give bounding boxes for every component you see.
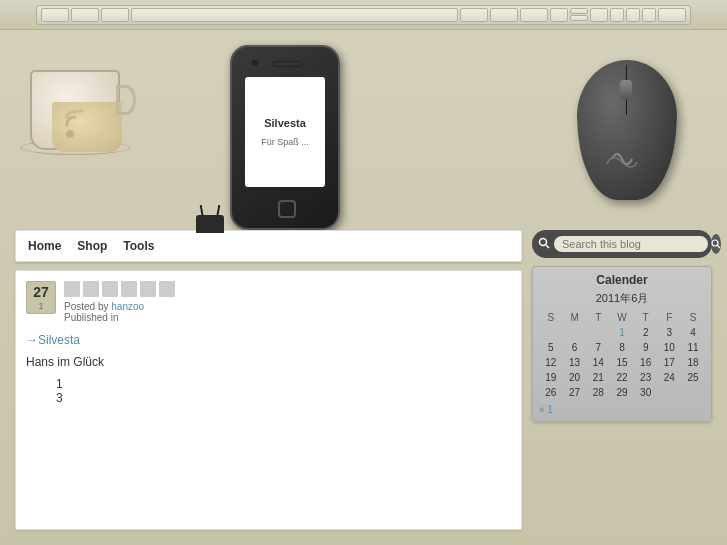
phone-screen: Silvesta Für Spaß ...	[245, 77, 325, 187]
content-wrapper: Home Shop Tools 27 1	[0, 230, 727, 545]
phone: Silvesta Für Spaß ...	[230, 45, 340, 230]
cal-cell-3: 3	[658, 325, 682, 340]
mouse-body	[577, 60, 677, 200]
cal-cell-14: 14	[586, 355, 610, 370]
sidebar: Calender 2011年6月 S M T W T F S	[532, 230, 712, 530]
post-num2: 3	[56, 391, 511, 405]
calendar-row-3: 12 13 14 15 16 17 18	[539, 355, 705, 370]
svg-line-2	[546, 245, 549, 248]
cal-cell-9: 9	[634, 340, 658, 355]
cal-cell-19: 19	[539, 370, 563, 385]
title-block-3	[102, 281, 118, 297]
cal-cell-24: 24	[658, 370, 682, 385]
cal-cell-13: 13	[563, 355, 587, 370]
phone-screen-subtitle: Für Spaß ...	[261, 137, 309, 147]
key-num0	[610, 8, 624, 22]
phone-camera	[252, 60, 258, 66]
phone-home-button[interactable]	[278, 200, 296, 218]
calendar-prev-link[interactable]: « 1	[539, 404, 553, 415]
calendar-month-text: 2011年6月	[596, 292, 649, 304]
key-up	[570, 8, 588, 14]
cal-hdr-s2: S	[681, 310, 705, 325]
cal-cell-4: 4	[681, 325, 705, 340]
cal-cell	[586, 325, 610, 340]
nav-item-shop[interactable]: Shop	[77, 239, 107, 253]
calendar-row-4: 19 20 21 22 23 24 25	[539, 370, 705, 385]
mouse-logo-icon	[602, 144, 642, 180]
key-num1	[626, 8, 640, 22]
cal-hdr-t1: T	[586, 310, 610, 325]
cal-cell-16: 16	[634, 355, 658, 370]
post-title-blocks	[64, 281, 511, 297]
cal-cell-22: 22	[610, 370, 634, 385]
nav-item-tools[interactable]: Tools	[123, 239, 154, 253]
cal-cell-12: 12	[539, 355, 563, 370]
title-block-1	[64, 281, 80, 297]
post-subtitle: Hans im Glück	[26, 355, 511, 369]
calendar-title: Calender	[539, 273, 705, 287]
svg-point-0	[66, 130, 74, 138]
cal-cell-2: 2	[634, 325, 658, 340]
cal-cell-8: 8	[610, 340, 634, 355]
title-block-4	[121, 281, 137, 297]
post-title-area: Posted by hanzoo Published in	[64, 281, 511, 323]
key-command2	[460, 8, 488, 22]
post-body: →Silvesta Hans im Glück 1 3	[26, 333, 511, 405]
cal-cell-7: 7	[586, 340, 610, 355]
cal-cell-6: 6	[563, 340, 587, 355]
keyboard-bar	[36, 5, 690, 25]
post-date-badge: 27 1	[26, 281, 56, 314]
phone-speaker	[272, 61, 302, 67]
calendar-month-header: 2011年6月	[539, 291, 705, 306]
cal-cell-20: 20	[563, 370, 587, 385]
cal-hdr-t2: T	[634, 310, 658, 325]
cal-cell	[539, 325, 563, 340]
blog-area: Home Shop Tools 27 1	[15, 230, 522, 530]
cal-cell-27: 27	[563, 385, 587, 400]
cal-cell-17: 17	[658, 355, 682, 370]
svg-point-1	[540, 238, 547, 245]
cal-cell-26: 26	[539, 385, 563, 400]
rss-icon	[62, 107, 97, 149]
key-control2	[520, 8, 548, 22]
post-meta-posted: Posted by	[64, 301, 111, 312]
calendar-row-5: 26 27 28 29 30	[539, 385, 705, 400]
search-button[interactable]	[711, 234, 721, 254]
calendar-prev-link-area: « 1	[539, 404, 705, 415]
calendar-grid: S M T W T F S	[539, 310, 705, 400]
key-enter	[658, 8, 686, 22]
cal-cell-18: 18	[681, 355, 705, 370]
post-meta: Posted by hanzoo	[64, 301, 511, 312]
computer-mouse	[577, 60, 697, 210]
post-meta-published: Published in	[64, 312, 511, 323]
phone-screen-title: Silvesta	[264, 117, 306, 129]
cal-cell-30: 30	[634, 385, 658, 400]
cal-cell-empty1	[658, 385, 682, 400]
post-num1: 1	[56, 377, 511, 391]
key-spacebar	[131, 8, 457, 22]
post-date-day: 27	[29, 284, 53, 301]
cal-hdr-f: F	[658, 310, 682, 325]
cal-cell-29: 29	[610, 385, 634, 400]
search-input[interactable]	[554, 236, 708, 252]
cal-hdr-w: W	[610, 310, 634, 325]
cal-cell-11: 11	[681, 340, 705, 355]
phone-body: Silvesta Für Spaß ...	[230, 45, 340, 230]
blog-post: 27 1 Posted by hanzoo	[15, 270, 522, 530]
clip-body	[196, 215, 224, 233]
coffee-cup	[20, 50, 140, 170]
cal-hdr-m: M	[563, 310, 587, 325]
cal-cell-5: 5	[539, 340, 563, 355]
calendar-widget: Calender 2011年6月 S M T W T F S	[532, 266, 712, 422]
post-date-month: 1	[29, 301, 53, 311]
key-command	[101, 8, 129, 22]
post-silvesta-link[interactable]: →Silvesta	[26, 333, 511, 347]
key-option2	[490, 8, 518, 22]
cup-handle	[116, 85, 136, 115]
cal-day-link-1[interactable]: 1	[619, 327, 625, 338]
nav-item-home[interactable]: Home	[28, 239, 61, 253]
title-block-2	[83, 281, 99, 297]
post-author-link[interactable]: hanzoo	[111, 301, 144, 312]
key-down	[570, 15, 588, 21]
key-left	[550, 8, 568, 22]
